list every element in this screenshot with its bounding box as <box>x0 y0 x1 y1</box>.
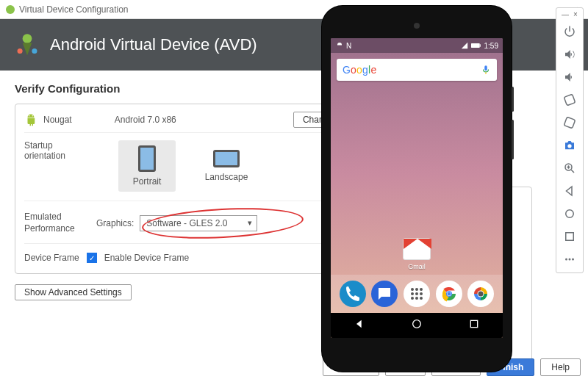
svg-point-30 <box>566 210 574 218</box>
svg-rect-25 <box>470 320 477 327</box>
signal-icon <box>461 42 468 49</box>
home-icon[interactable] <box>559 203 581 225</box>
svg-point-2 <box>32 48 37 54</box>
apps-drawer[interactable] <box>404 281 430 307</box>
graphics-value: Software - GLES 2.0 <box>146 218 227 228</box>
more-icon[interactable] <box>559 248 581 270</box>
zoom-in-icon[interactable] <box>559 157 581 179</box>
show-advanced-settings-button[interactable]: Show Advanced Settings <box>15 284 132 300</box>
messages-app[interactable] <box>371 281 398 307</box>
svg-rect-5 <box>471 43 480 48</box>
orientation-label: Startup orientation <box>24 140 96 192</box>
google-logo: Google <box>343 64 376 76</box>
os-name: Nougat <box>43 115 72 125</box>
svg-point-12 <box>415 292 418 295</box>
android-studio-icon <box>15 32 40 57</box>
svg-point-20 <box>447 292 451 296</box>
enable-device-frame-checkbox[interactable]: ✓ <box>87 253 97 263</box>
svg-point-10 <box>420 288 423 291</box>
status-bar: N 1:59 <box>331 38 503 53</box>
android-head-icon <box>335 41 344 50</box>
svg-point-32 <box>565 259 567 261</box>
performance-row: Emulated Performance Graphics: Software … <box>24 212 351 244</box>
svg-rect-31 <box>566 233 574 241</box>
orientation-landscape-tile[interactable]: Landscape <box>198 140 255 192</box>
portrait-label: Portrait <box>133 176 162 187</box>
status-time: 1:59 <box>484 42 498 50</box>
svg-point-13 <box>420 292 423 295</box>
emulator-screen[interactable]: N 1:59 Google Gmail <box>331 38 503 338</box>
device-frame-label: Device Frame <box>24 253 79 263</box>
svg-point-33 <box>569 259 571 261</box>
mic-icon[interactable] <box>481 65 491 75</box>
nav-back[interactable] <box>354 318 365 333</box>
svg-rect-7 <box>485 73 486 74</box>
recent-icon[interactable] <box>559 225 581 248</box>
svg-point-15 <box>415 297 418 300</box>
minimize-icon[interactable]: — <box>562 10 569 18</box>
svg-point-3 <box>29 115 30 117</box>
gmail-app[interactable]: Gmail <box>403 238 431 270</box>
gmail-label: Gmail <box>403 263 431 270</box>
emulator-toolbar: — × <box>556 7 584 273</box>
back-icon[interactable] <box>559 180 581 202</box>
rotate-left-icon[interactable] <box>559 89 581 111</box>
google-search-bar[interactable]: Google <box>337 59 497 81</box>
svg-point-34 <box>572 259 574 261</box>
svg-point-14 <box>411 297 414 300</box>
device-frame-row: Device Frame ✓ Enable Device Frame <box>24 253 351 263</box>
nav-home[interactable] <box>411 318 423 333</box>
app-icon <box>6 5 15 14</box>
window-title: Virtual Device Configuration <box>19 4 129 15</box>
emulator-toolbar-top: — × <box>556 10 583 20</box>
portrait-icon <box>138 145 156 172</box>
graphics-select[interactable]: Software - GLES 2.0 <box>140 215 257 231</box>
nav-recent[interactable] <box>468 318 480 333</box>
svg-point-24 <box>413 320 421 328</box>
svg-point-1 <box>18 48 23 54</box>
svg-rect-27 <box>564 117 575 128</box>
volume-up-icon[interactable] <box>559 43 581 65</box>
svg-point-0 <box>23 34 32 43</box>
chrome-app[interactable] <box>436 281 462 307</box>
svg-point-8 <box>411 288 414 291</box>
android-icon <box>24 113 37 126</box>
graphics-label: Graphics: <box>96 218 134 228</box>
phone-app[interactable] <box>340 281 366 307</box>
svg-point-23 <box>478 292 484 297</box>
performance-label: Emulated Performance <box>24 212 96 234</box>
os-row: Nougat Android 7.0 x86 Change... <box>24 112 351 133</box>
rotate-right-icon[interactable] <box>559 112 581 134</box>
svg-rect-26 <box>564 94 575 105</box>
close-emu-icon[interactable]: × <box>573 10 578 18</box>
battery-icon <box>471 42 481 49</box>
phone-power-button <box>512 87 514 112</box>
status-n: N <box>346 42 351 50</box>
enable-device-frame-label: Enable Device Frame <box>104 253 189 263</box>
dock <box>331 275 503 313</box>
landscape-label: Landscape <box>205 172 248 182</box>
svg-point-4 <box>32 115 34 117</box>
svg-point-11 <box>411 292 414 295</box>
camera-icon[interactable] <box>559 134 581 156</box>
svg-point-28 <box>567 144 571 148</box>
orientation-portrait-tile[interactable]: Portrait <box>118 140 176 192</box>
landscape-icon <box>213 150 240 167</box>
config-box: Nougat Android 7.0 x86 Change... Startup… <box>15 104 360 274</box>
phone-volume-button <box>512 120 514 159</box>
svg-point-9 <box>415 288 418 291</box>
page-title: Android Virtual Device (AVD) <box>50 35 257 54</box>
orientation-row: Startup orientation Portrait Landscape <box>24 140 351 201</box>
power-icon[interactable] <box>559 21 581 43</box>
gmail-icon <box>403 238 431 260</box>
os-version: Android 7.0 x86 <box>115 115 176 125</box>
svg-rect-6 <box>479 44 480 47</box>
help-button[interactable]: Help <box>540 358 581 376</box>
emulator-device-frame: N 1:59 Google Gmail <box>322 6 512 372</box>
volume-down-icon[interactable] <box>559 66 581 88</box>
camera-app[interactable] <box>467 281 494 307</box>
svg-point-16 <box>420 297 423 300</box>
android-navbar <box>331 313 503 338</box>
